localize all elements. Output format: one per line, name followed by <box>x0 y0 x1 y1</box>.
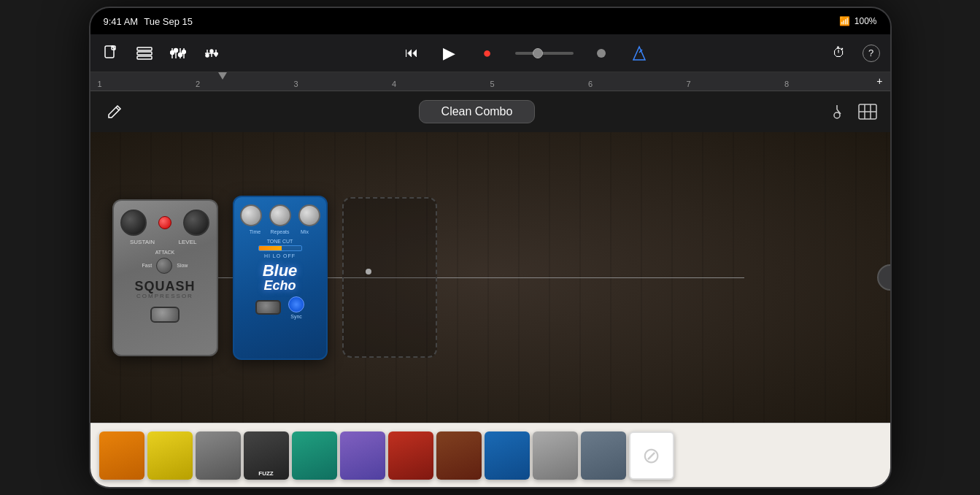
svg-marker-21 <box>633 47 645 60</box>
echo-knobs-row <box>240 204 320 226</box>
time-display: 9:41 AM <box>104 16 139 27</box>
squash-name: SQUASH <box>134 280 195 293</box>
volume-slider[interactable] <box>515 52 574 55</box>
echo-footswitch[interactable] <box>255 300 281 315</box>
svg-point-17 <box>206 54 209 57</box>
mixer-button[interactable] <box>168 43 188 64</box>
status-right: 📶 100% <box>839 16 877 26</box>
sync-badge: Sync <box>288 296 304 319</box>
header-right-icons <box>829 104 877 120</box>
echo-bottom-row: Sync <box>255 296 304 319</box>
status-bar: 9:41 AM Tue Sep 15 📶 100% <box>90 8 890 34</box>
ruler-marks: 1 2 3 4 5 6 7 8 <box>98 72 883 91</box>
tempo-button[interactable]: ⏱ <box>829 43 849 64</box>
toolbar-left <box>101 43 222 64</box>
squash-knob-labels: SUSTAIN LEVEL <box>129 239 201 245</box>
attack-section: ATTACK <box>155 250 175 255</box>
connector-dot <box>366 269 371 275</box>
tracks-button[interactable] <box>134 43 155 64</box>
pedal-strip: FUZZ ⊘ <box>90 423 890 487</box>
strip-pedal-blue-echo[interactable] <box>485 431 530 480</box>
ruler-mark-6: 6 <box>588 80 687 91</box>
strip-pedal-vibe[interactable] <box>388 431 433 480</box>
strip-pedal-yellow[interactable] <box>147 431 193 480</box>
fast-label: Fast <box>142 263 153 268</box>
level-knob[interactable] <box>183 210 209 236</box>
ruler-mark-2: 2 <box>196 80 294 91</box>
metronome-button[interactable] <box>629 43 649 64</box>
squash-footswitch[interactable] <box>150 307 180 323</box>
svg-point-20 <box>597 49 606 58</box>
echo-text: Echo <box>263 279 298 292</box>
tone-cut-fill <box>259 246 282 250</box>
empty-pedal-slot[interactable] <box>342 197 437 358</box>
strip-pedal-squash[interactable] <box>533 431 578 480</box>
wifi-icon: 📶 <box>839 16 850 26</box>
repeats-knob[interactable] <box>269 204 291 226</box>
strip-pedal-disabled[interactable]: ⊘ <box>629 431 674 480</box>
sync-label: Sync <box>290 314 302 319</box>
squash-knobs-row <box>120 210 209 236</box>
ruler-mark-1: 1 <box>98 80 196 91</box>
tone-cut-label: TONE CUT <box>267 239 293 244</box>
svg-point-18 <box>210 50 213 53</box>
blue-echo-logo: Blue Echo <box>263 263 298 292</box>
pencil-button[interactable] <box>104 101 126 123</box>
ipad-frame: 9:41 AM Tue Sep 15 📶 100% <box>89 7 892 488</box>
toolbar-right: ⏱ ? <box>829 43 880 64</box>
disabled-icon: ⊘ <box>642 442 660 468</box>
attack-knob-row: Fast Slow <box>142 258 188 274</box>
strip-pedal-brown[interactable] <box>436 431 482 480</box>
ruler-mark-7: 7 <box>687 80 785 91</box>
sync-circle[interactable] <box>288 296 304 312</box>
ruler-mark-5: 5 <box>490 80 589 91</box>
battery-display: 100% <box>854 16 877 26</box>
equalizer-button[interactable] <box>201 43 222 64</box>
pedalboard-button[interactable] <box>858 104 877 120</box>
strip-pedal-vintage-drive[interactable] <box>99 431 144 480</box>
repeats-label: Repeats <box>269 229 291 234</box>
new-document-button[interactable] <box>101 43 121 64</box>
svg-point-12 <box>182 50 185 53</box>
level-indicator <box>158 216 171 229</box>
mix-label: Mix <box>294 229 316 234</box>
strip-pedal-slate[interactable] <box>581 431 626 480</box>
pedalboard-area: SUSTAIN LEVEL ATTACK Fast Slow SQUASH CO… <box>90 132 890 423</box>
help-button[interactable]: ? <box>863 45 880 62</box>
amp-header: Clean Combo <box>90 91 890 132</box>
sustain-knob[interactable] <box>120 210 147 236</box>
preset-name-button[interactable]: Clean Combo <box>419 100 536 123</box>
toolbar-center: ⏮ ▶ ● <box>222 43 829 64</box>
toolbar: ⏮ ▶ ● ⏱ ? <box>90 34 890 72</box>
sustain-label: SUSTAIN <box>129 239 155 245</box>
svg-point-26 <box>834 112 840 118</box>
record-button[interactable]: ● <box>477 43 498 64</box>
strip-pedal-hi-drive[interactable] <box>196 431 241 480</box>
play-button[interactable]: ▶ <box>439 43 460 64</box>
svg-point-10 <box>174 48 177 52</box>
ruler-mark-4: 4 <box>392 80 490 91</box>
preset-name-container: Clean Combo <box>126 100 829 123</box>
master-level[interactable] <box>591 43 611 64</box>
tone-cut-bar[interactable] <box>258 245 302 251</box>
ruler-mark-8: 8 <box>784 80 883 91</box>
tuner-button[interactable] <box>829 104 845 120</box>
strip-pedal-fuzz[interactable]: FUZZ <box>244 431 289 480</box>
blue-echo-pedal[interactable]: Time Repeats Mix TONE CUT HI LO OFF Blue… <box>233 196 328 360</box>
home-button[interactable] <box>877 264 892 291</box>
rewind-button[interactable]: ⏮ <box>401 43 422 64</box>
ruler-mark-3: 3 <box>294 80 393 91</box>
strip-pedal-purple[interactable] <box>340 431 385 480</box>
attack-knob[interactable] <box>156 258 172 274</box>
svg-rect-0 <box>105 46 114 58</box>
volume-handle[interactable] <box>533 48 543 58</box>
svg-point-9 <box>170 50 174 54</box>
svg-point-19 <box>215 53 217 55</box>
svg-rect-2 <box>137 47 152 50</box>
mix-knob[interactable] <box>298 204 320 226</box>
add-track-button[interactable]: + <box>876 75 882 87</box>
time-knob[interactable] <box>240 204 262 226</box>
strip-pedal-heavenly[interactable] <box>292 431 337 480</box>
squash-compressor-pedal[interactable]: SUSTAIN LEVEL ATTACK Fast Slow SQUASH CO… <box>112 199 218 356</box>
playhead <box>218 72 227 80</box>
